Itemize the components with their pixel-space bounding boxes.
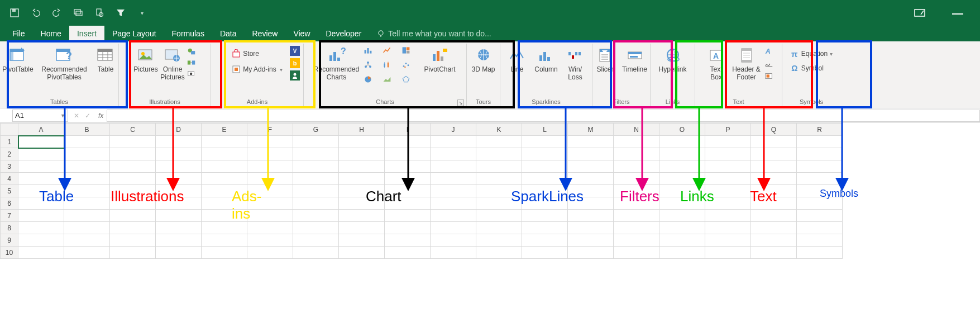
cell-O9[interactable]	[659, 234, 705, 247]
col-header-C[interactable]: C	[110, 124, 156, 136]
cell-A7[interactable]	[18, 210, 64, 222]
cell-L8[interactable]	[522, 222, 568, 234]
tab-developer[interactable]: Developer	[318, 26, 370, 41]
cell-M5[interactable]	[568, 185, 614, 197]
cell-Q4[interactable]	[751, 173, 797, 185]
cell-N10[interactable]	[614, 247, 659, 259]
cell-O8[interactable]	[659, 222, 705, 234]
cell-L6[interactable]	[522, 197, 568, 210]
cell-O6[interactable]	[659, 197, 705, 210]
cell-N1[interactable]	[614, 136, 659, 148]
cell-H8[interactable]	[339, 222, 385, 234]
cell-G2[interactable]	[293, 148, 339, 160]
col-header-D[interactable]: D	[156, 124, 202, 136]
scatter-chart-icon[interactable]	[401, 60, 410, 69]
cell-L10[interactable]	[522, 247, 568, 259]
cell-I6[interactable]	[385, 197, 431, 210]
cell-I10[interactable]	[385, 247, 431, 259]
cell-P10[interactable]	[705, 247, 751, 259]
cell-B6[interactable]	[64, 197, 110, 210]
radar-chart-icon[interactable]	[401, 75, 410, 84]
cell-H4[interactable]	[339, 173, 385, 185]
cell-D1[interactable]	[156, 136, 202, 148]
cell-J9[interactable]	[431, 234, 476, 247]
cell-E2[interactable]	[202, 148, 247, 160]
cell-N9[interactable]	[614, 234, 659, 247]
column-chart-icon[interactable]	[364, 46, 372, 55]
cell-J1[interactable]	[431, 136, 476, 148]
col-header-H[interactable]: H	[339, 124, 385, 136]
cell-C2[interactable]	[110, 148, 156, 160]
cell-H7[interactable]	[339, 210, 385, 222]
cell-G10[interactable]	[293, 247, 339, 259]
cell-I5[interactable]	[385, 185, 431, 197]
filter-icon[interactable]	[115, 7, 126, 18]
cell-R8[interactable]	[797, 222, 843, 234]
row-header-10[interactable]: 10	[1, 247, 18, 259]
cell-Q10[interactable]	[751, 247, 797, 259]
cell-D4[interactable]	[156, 173, 202, 185]
cell-I7[interactable]	[385, 210, 431, 222]
tab-review[interactable]: Review	[245, 26, 286, 41]
signature-line-icon[interactable]	[764, 59, 773, 68]
cell-N8[interactable]	[614, 222, 659, 234]
cell-G7[interactable]	[293, 210, 339, 222]
fx-icon[interactable]: fx	[95, 112, 107, 120]
equation-button[interactable]: πEquation▾	[788, 48, 835, 59]
cell-F9[interactable]	[247, 234, 293, 247]
cell-P7[interactable]	[705, 210, 751, 222]
cell-D8[interactable]	[156, 222, 202, 234]
cell-B10[interactable]	[64, 247, 110, 259]
cell-E5[interactable]	[202, 185, 247, 197]
cell-Q7[interactable]	[751, 210, 797, 222]
cell-F5[interactable]	[247, 185, 293, 197]
enter-formula-icon[interactable]: ✓	[85, 112, 90, 120]
cell-H1[interactable]	[339, 136, 385, 148]
tab-home[interactable]: Home	[33, 26, 69, 41]
cell-K8[interactable]	[476, 222, 522, 234]
cell-R6[interactable]	[797, 197, 843, 210]
cell-A8[interactable]	[18, 222, 64, 234]
cell-A9[interactable]	[18, 234, 64, 247]
col-header-K[interactable]: K	[476, 124, 522, 136]
cell-H6[interactable]	[339, 197, 385, 210]
cell-B3[interactable]	[64, 160, 110, 173]
cell-C5[interactable]	[110, 185, 156, 197]
cell-G4[interactable]	[293, 173, 339, 185]
cell-N7[interactable]	[614, 210, 659, 222]
cell-B7[interactable]	[64, 210, 110, 222]
cell-J7[interactable]	[431, 210, 476, 222]
cell-F8[interactable]	[247, 222, 293, 234]
cell-B2[interactable]	[64, 148, 110, 160]
cell-H2[interactable]	[339, 148, 385, 160]
cell-Q3[interactable]	[751, 160, 797, 173]
cell-L7[interactable]	[522, 210, 568, 222]
cell-E9[interactable]	[202, 234, 247, 247]
cell-D9[interactable]	[156, 234, 202, 247]
cell-F1[interactable]	[247, 136, 293, 148]
cell-O10[interactable]	[659, 247, 705, 259]
row-header-4[interactable]: 4	[1, 173, 18, 185]
pictures-button[interactable]: Pictures	[133, 45, 158, 74]
row-header-8[interactable]: 8	[1, 222, 18, 234]
cell-E10[interactable]	[202, 247, 247, 259]
cell-J4[interactable]	[431, 173, 476, 185]
surface-chart-icon[interactable]	[383, 75, 391, 84]
save-icon[interactable]	[9, 7, 20, 18]
cell-R5[interactable]	[797, 185, 843, 197]
cell-G6[interactable]	[293, 197, 339, 210]
cell-L1[interactable]	[522, 136, 568, 148]
cell-O4[interactable]	[659, 173, 705, 185]
treemap-chart-icon[interactable]	[401, 46, 410, 55]
row-header-1[interactable]: 1	[1, 136, 18, 148]
cell-C3[interactable]	[110, 160, 156, 173]
cell-Q1[interactable]	[751, 136, 797, 148]
screenshot-icon[interactable]	[187, 69, 196, 78]
col-header-G[interactable]: G	[293, 124, 339, 136]
col-header-E[interactable]: E	[202, 124, 247, 136]
cell-M6[interactable]	[568, 197, 614, 210]
undo-icon[interactable]	[30, 7, 41, 18]
visio-addon-icon[interactable]: V	[290, 46, 300, 56]
cell-Q9[interactable]	[751, 234, 797, 247]
col-header-R[interactable]: R	[797, 124, 843, 136]
